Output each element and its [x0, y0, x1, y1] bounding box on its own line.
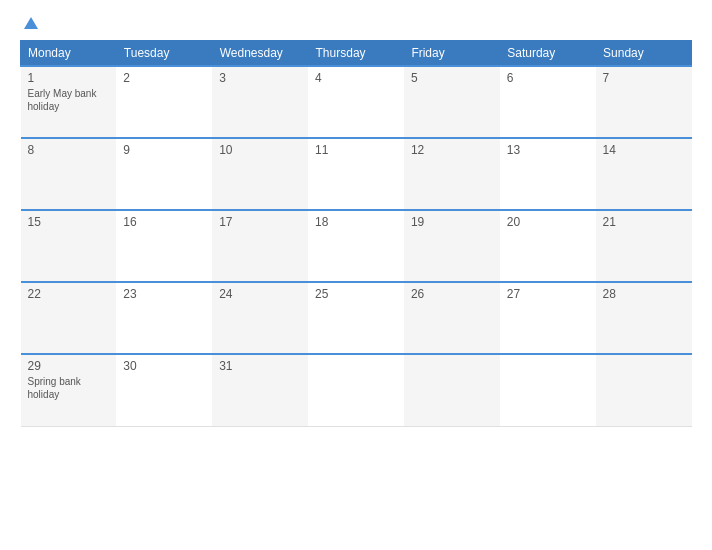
- day-number: 4: [315, 71, 397, 85]
- calendar-cell: 31: [212, 354, 308, 426]
- calendar-cell: 27: [500, 282, 596, 354]
- day-number: 27: [507, 287, 589, 301]
- calendar-table: MondayTuesdayWednesdayThursdayFridaySatu…: [20, 40, 692, 427]
- day-number: 15: [28, 215, 110, 229]
- calendar-cell: 24: [212, 282, 308, 354]
- day-number: 23: [123, 287, 205, 301]
- day-number: 12: [411, 143, 493, 157]
- calendar-week-2: 891011121314: [21, 138, 692, 210]
- day-number: 19: [411, 215, 493, 229]
- calendar-cell: 5: [404, 66, 500, 138]
- day-number: 11: [315, 143, 397, 157]
- calendar-cell: 10: [212, 138, 308, 210]
- day-number: 29: [28, 359, 110, 373]
- calendar-cell: 7: [596, 66, 692, 138]
- day-number: 21: [603, 215, 685, 229]
- calendar-header-tuesday: Tuesday: [116, 41, 212, 67]
- day-number: 2: [123, 71, 205, 85]
- calendar-week-1: 1Early May bank holiday234567: [21, 66, 692, 138]
- calendar-week-5: 29Spring bank holiday3031: [21, 354, 692, 426]
- day-number: 17: [219, 215, 301, 229]
- page: MondayTuesdayWednesdayThursdayFridaySatu…: [0, 0, 712, 550]
- day-number: 14: [603, 143, 685, 157]
- day-number: 3: [219, 71, 301, 85]
- calendar-header-thursday: Thursday: [308, 41, 404, 67]
- day-number: 25: [315, 287, 397, 301]
- logo-general: [20, 18, 38, 30]
- day-number: 30: [123, 359, 205, 373]
- day-number: 31: [219, 359, 301, 373]
- calendar-header-friday: Friday: [404, 41, 500, 67]
- calendar-cell: 9: [116, 138, 212, 210]
- calendar-cell: [500, 354, 596, 426]
- calendar-cell: 16: [116, 210, 212, 282]
- calendar-week-3: 15161718192021: [21, 210, 692, 282]
- calendar-cell: 4: [308, 66, 404, 138]
- calendar-cell: 23: [116, 282, 212, 354]
- day-number: 28: [603, 287, 685, 301]
- calendar-cell: 19: [404, 210, 500, 282]
- logo-triangle-icon: [24, 17, 38, 29]
- calendar-cell: 8: [21, 138, 117, 210]
- calendar-cell: 22: [21, 282, 117, 354]
- calendar-body: 1Early May bank holiday23456789101112131…: [21, 66, 692, 426]
- calendar-header-monday: Monday: [21, 41, 117, 67]
- calendar-cell: 30: [116, 354, 212, 426]
- day-number: 9: [123, 143, 205, 157]
- day-number: 24: [219, 287, 301, 301]
- day-number: 18: [315, 215, 397, 229]
- calendar-cell: 29Spring bank holiday: [21, 354, 117, 426]
- calendar-cell: 12: [404, 138, 500, 210]
- day-number: 10: [219, 143, 301, 157]
- holiday-label: Spring bank holiday: [28, 375, 110, 401]
- day-number: 1: [28, 71, 110, 85]
- calendar-cell: 26: [404, 282, 500, 354]
- calendar-cell: 13: [500, 138, 596, 210]
- calendar-cell: 21: [596, 210, 692, 282]
- calendar-cell: 3: [212, 66, 308, 138]
- calendar-cell: 15: [21, 210, 117, 282]
- calendar-header-row: MondayTuesdayWednesdayThursdayFridaySatu…: [21, 41, 692, 67]
- calendar-header-wednesday: Wednesday: [212, 41, 308, 67]
- logo: [20, 18, 38, 30]
- calendar-week-4: 22232425262728: [21, 282, 692, 354]
- day-number: 7: [603, 71, 685, 85]
- calendar-cell: 1Early May bank holiday: [21, 66, 117, 138]
- day-number: 8: [28, 143, 110, 157]
- calendar-header-sunday: Sunday: [596, 41, 692, 67]
- calendar-cell: 17: [212, 210, 308, 282]
- calendar-cell: [308, 354, 404, 426]
- header: [20, 18, 692, 30]
- calendar-cell: 6: [500, 66, 596, 138]
- day-number: 16: [123, 215, 205, 229]
- calendar-cell: 20: [500, 210, 596, 282]
- calendar-cell: 28: [596, 282, 692, 354]
- day-number: 6: [507, 71, 589, 85]
- day-number: 13: [507, 143, 589, 157]
- calendar-cell: 2: [116, 66, 212, 138]
- calendar-cell: [596, 354, 692, 426]
- day-number: 20: [507, 215, 589, 229]
- calendar-cell: 14: [596, 138, 692, 210]
- calendar-cell: 11: [308, 138, 404, 210]
- calendar-header-saturday: Saturday: [500, 41, 596, 67]
- day-number: 5: [411, 71, 493, 85]
- calendar-cell: 18: [308, 210, 404, 282]
- day-number: 26: [411, 287, 493, 301]
- calendar-cell: [404, 354, 500, 426]
- calendar-cell: 25: [308, 282, 404, 354]
- day-number: 22: [28, 287, 110, 301]
- holiday-label: Early May bank holiday: [28, 87, 110, 113]
